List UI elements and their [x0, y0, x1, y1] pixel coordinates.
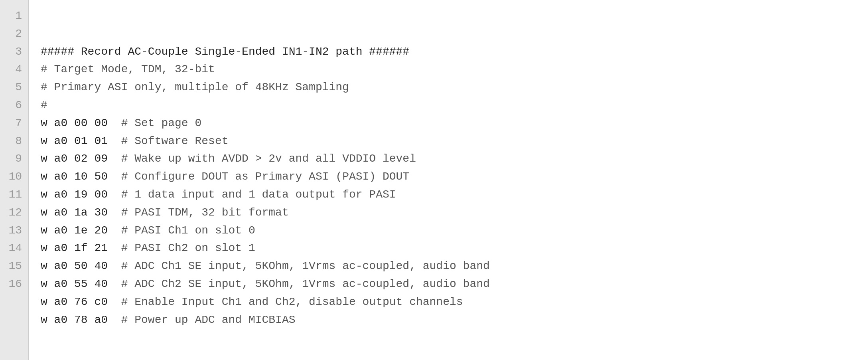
- code-line-14: w a0 55 40 # ADC Ch2 SE input, 5KOhm, 1V…: [41, 275, 856, 293]
- code-line-3: # Primary ASI only, multiple of 48KHz Sa…: [41, 79, 856, 97]
- code-line-10: w a0 1a 30 # PASI TDM, 32 bit format: [41, 204, 856, 222]
- code-line-13: w a0 50 40 # ADC Ch1 SE input, 5KOhm, 1V…: [41, 257, 856, 275]
- code-line-11: w a0 1e 20 # PASI Ch1 on slot 0: [41, 222, 856, 240]
- code-line-6: w a0 01 01 # Software Reset: [41, 133, 856, 150]
- line-number-13: 13: [8, 222, 22, 240]
- line-number-8: 8: [8, 133, 22, 150]
- line-number-4: 4: [8, 61, 22, 79]
- code-line-1: ##### Record AC-Couple Single-Ended IN1-…: [41, 43, 856, 61]
- line-number-10: 10: [8, 168, 22, 186]
- line-number-16: 16: [8, 275, 22, 293]
- line-number-2: 2: [8, 25, 22, 43]
- line-number-3: 3: [8, 43, 22, 61]
- line-number-14: 14: [8, 239, 22, 257]
- code-line-5: w a0 00 00 # Set page 0: [41, 115, 856, 133]
- code-line-2: # Target Mode, TDM, 32-bit: [41, 61, 856, 79]
- code-content: ##### Record AC-Couple Single-Ended IN1-…: [29, 0, 868, 360]
- line-number-1: 1: [8, 7, 22, 25]
- line-number-7: 7: [8, 115, 22, 133]
- line-number-11: 11: [8, 186, 22, 204]
- code-line-9: w a0 19 00 # 1 data input and 1 data out…: [41, 186, 856, 204]
- code-line-16: w a0 78 a0 # Power up ADC and MICBIAS: [41, 311, 856, 329]
- line-number-15: 15: [8, 257, 22, 275]
- line-number-12: 12: [8, 204, 22, 222]
- line-numbers: 12345678910111213141516: [0, 0, 29, 360]
- code-line-7: w a0 02 09 # Wake up with AVDD > 2v and …: [41, 150, 856, 168]
- line-number-6: 6: [8, 97, 22, 115]
- code-line-4: #: [41, 97, 856, 115]
- code-line-12: w a0 1f 21 # PASI Ch2 on slot 1: [41, 239, 856, 257]
- code-line-15: w a0 76 c0 # Enable Input Ch1 and Ch2, d…: [41, 293, 856, 311]
- code-line-8: w a0 10 50 # Configure DOUT as Primary A…: [41, 168, 856, 186]
- code-container: 12345678910111213141516 ##### Record AC-…: [0, 0, 868, 360]
- line-number-9: 9: [8, 150, 22, 168]
- line-number-5: 5: [8, 79, 22, 97]
